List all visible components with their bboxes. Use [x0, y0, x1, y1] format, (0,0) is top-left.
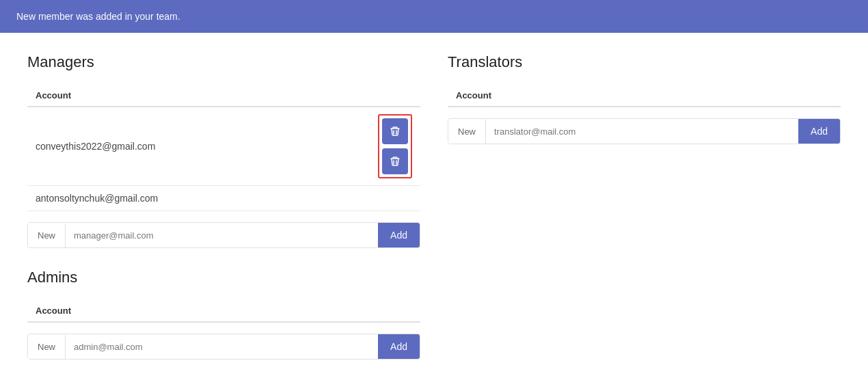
table-row: antonsoltynchuk@gmail.com	[27, 186, 420, 211]
translators-table: Account	[448, 85, 841, 107]
add-translator-label: New	[448, 120, 486, 144]
delete-manager-2-button[interactable]	[382, 148, 408, 174]
notification-banner: New member was added in your team.	[0, 0, 868, 33]
managers-account-header: Account	[27, 85, 370, 107]
managers-section: Managers Account conveythis2022@gmail.co…	[27, 53, 420, 248]
add-translator-row: New Add	[448, 118, 841, 144]
manager-delete-cell-2	[370, 186, 420, 211]
main-content: Managers Account conveythis2022@gmail.co…	[0, 33, 868, 378]
manager-email-2: antonsoltynchuk@gmail.com	[27, 186, 370, 211]
delete-manager-1-button[interactable]	[382, 118, 408, 144]
manager-delete-cell-1	[370, 107, 420, 186]
highlighted-delete-group	[378, 114, 412, 178]
managers-action-header	[370, 85, 420, 107]
left-column: Managers Account conveythis2022@gmail.co…	[27, 53, 420, 360]
add-manager-button[interactable]: Add	[378, 223, 420, 247]
add-admin-input[interactable]	[66, 335, 378, 359]
admins-section: Admins Account New Add	[27, 269, 420, 360]
admins-title: Admins	[27, 269, 420, 286]
managers-table: Account conveythis2022@gmail.com	[27, 85, 420, 211]
add-translator-button[interactable]: Add	[798, 119, 840, 144]
manager-email-1: conveythis2022@gmail.com	[27, 107, 370, 186]
add-translator-input[interactable]	[486, 120, 798, 144]
right-column: Translators Account New Add	[448, 53, 841, 360]
add-admin-label: New	[28, 335, 66, 359]
table-row: conveythis2022@gmail.com	[27, 107, 420, 186]
admins-account-header: Account	[27, 300, 420, 322]
translators-section: Translators Account New Add	[448, 53, 841, 144]
add-admin-row: New Add	[27, 334, 420, 360]
translators-title: Translators	[448, 53, 841, 71]
admins-table: Account	[27, 300, 420, 323]
add-manager-row: New Add	[27, 222, 420, 248]
add-admin-button[interactable]: Add	[378, 334, 420, 359]
notification-message: New member was added in your team.	[16, 11, 180, 22]
add-manager-label: New	[28, 224, 66, 247]
translators-account-header: Account	[448, 85, 841, 107]
trash-icon	[390, 126, 401, 137]
add-manager-input[interactable]	[66, 224, 378, 247]
trash-icon-2	[390, 156, 401, 167]
managers-title: Managers	[27, 53, 420, 71]
